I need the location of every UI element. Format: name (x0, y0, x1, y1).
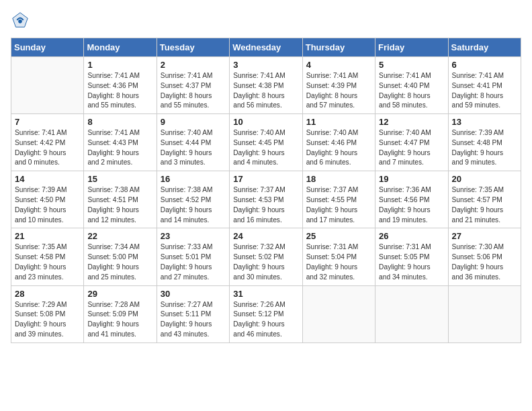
calendar-cell: 13Sunrise: 7:39 AM Sunset: 4:48 PM Dayli… (448, 114, 521, 171)
cell-info: Sunrise: 7:37 AM Sunset: 4:53 PM Dayligh… (233, 185, 298, 225)
day-number: 9 (161, 117, 226, 127)
calendar-cell: 11Sunrise: 7:40 AM Sunset: 4:46 PM Dayli… (302, 114, 375, 171)
svg-point-2 (18, 19, 22, 24)
cell-info: Sunrise: 7:27 AM Sunset: 5:11 PM Dayligh… (161, 300, 226, 340)
calendar-cell: 28Sunrise: 7:29 AM Sunset: 5:08 PM Dayli… (11, 285, 84, 342)
cell-info: Sunrise: 7:35 AM Sunset: 4:57 PM Dayligh… (452, 185, 517, 225)
calendar-cell: 9Sunrise: 7:40 AM Sunset: 4:44 PM Daylig… (157, 114, 229, 171)
day-number: 11 (306, 117, 371, 127)
day-header-sunday: Sunday (11, 38, 84, 57)
day-number: 23 (161, 231, 226, 241)
cell-info: Sunrise: 7:40 AM Sunset: 4:44 PM Dayligh… (161, 128, 226, 168)
cell-info: Sunrise: 7:29 AM Sunset: 5:08 PM Dayligh… (15, 300, 80, 340)
calendar-cell (11, 57, 84, 114)
cell-info: Sunrise: 7:37 AM Sunset: 4:55 PM Dayligh… (306, 185, 371, 225)
cell-info: Sunrise: 7:40 AM Sunset: 4:47 PM Dayligh… (379, 128, 444, 168)
cell-info: Sunrise: 7:38 AM Sunset: 4:51 PM Dayligh… (87, 185, 152, 225)
day-number: 20 (452, 174, 517, 184)
calendar-week-1: 1Sunrise: 7:41 AM Sunset: 4:36 PM Daylig… (11, 57, 521, 114)
day-number: 12 (379, 117, 444, 127)
cell-info: Sunrise: 7:39 AM Sunset: 4:50 PM Dayligh… (15, 185, 80, 225)
cell-info: Sunrise: 7:31 AM Sunset: 5:05 PM Dayligh… (379, 242, 444, 282)
logo-icon (11, 11, 30, 30)
day-number: 8 (87, 117, 152, 127)
calendar-cell: 25Sunrise: 7:31 AM Sunset: 5:04 PM Dayli… (302, 228, 375, 285)
calendar-cell: 17Sunrise: 7:37 AM Sunset: 4:53 PM Dayli… (230, 171, 302, 228)
calendar-cell: 5Sunrise: 7:41 AM Sunset: 4:40 PM Daylig… (375, 57, 448, 114)
calendar-cell: 18Sunrise: 7:37 AM Sunset: 4:55 PM Dayli… (302, 171, 375, 228)
calendar-cell (375, 285, 448, 342)
calendar-cell: 3Sunrise: 7:41 AM Sunset: 4:38 PM Daylig… (230, 57, 302, 114)
calendar-cell: 27Sunrise: 7:30 AM Sunset: 5:06 PM Dayli… (448, 228, 521, 285)
calendar-week-5: 28Sunrise: 7:29 AM Sunset: 5:08 PM Dayli… (11, 285, 521, 342)
cell-info: Sunrise: 7:34 AM Sunset: 5:00 PM Dayligh… (87, 242, 152, 282)
calendar-cell: 23Sunrise: 7:33 AM Sunset: 5:01 PM Dayli… (157, 228, 229, 285)
cell-info: Sunrise: 7:36 AM Sunset: 4:56 PM Dayligh… (379, 185, 444, 225)
cell-info: Sunrise: 7:32 AM Sunset: 5:02 PM Dayligh… (233, 242, 298, 282)
calendar-week-2: 7Sunrise: 7:41 AM Sunset: 4:42 PM Daylig… (11, 114, 521, 171)
calendar-table: SundayMondayTuesdayWednesdayThursdayFrid… (11, 38, 521, 343)
cell-info: Sunrise: 7:26 AM Sunset: 5:12 PM Dayligh… (233, 300, 298, 340)
day-number: 6 (452, 60, 517, 70)
calendar-cell (448, 285, 521, 342)
day-number: 5 (379, 60, 444, 70)
calendar-cell: 15Sunrise: 7:38 AM Sunset: 4:51 PM Dayli… (84, 171, 157, 228)
calendar-cell: 12Sunrise: 7:40 AM Sunset: 4:47 PM Dayli… (375, 114, 448, 171)
cell-info: Sunrise: 7:28 AM Sunset: 5:09 PM Dayligh… (87, 300, 152, 340)
cell-info: Sunrise: 7:41 AM Sunset: 4:41 PM Dayligh… (452, 71, 517, 111)
calendar-cell: 14Sunrise: 7:39 AM Sunset: 4:50 PM Dayli… (11, 171, 84, 228)
day-number: 27 (452, 231, 517, 241)
day-header-saturday: Saturday (448, 38, 521, 57)
calendar-cell: 19Sunrise: 7:36 AM Sunset: 4:56 PM Dayli… (375, 171, 448, 228)
cell-info: Sunrise: 7:41 AM Sunset: 4:37 PM Dayligh… (161, 71, 226, 111)
day-number: 22 (87, 231, 152, 241)
cell-info: Sunrise: 7:41 AM Sunset: 4:39 PM Dayligh… (306, 71, 371, 111)
cell-info: Sunrise: 7:30 AM Sunset: 5:06 PM Dayligh… (452, 242, 517, 282)
day-number: 24 (233, 231, 298, 241)
calendar-cell: 29Sunrise: 7:28 AM Sunset: 5:09 PM Dayli… (84, 285, 157, 342)
day-header-monday: Monday (84, 38, 157, 57)
day-number: 13 (452, 117, 517, 127)
calendar-week-3: 14Sunrise: 7:39 AM Sunset: 4:50 PM Dayli… (11, 171, 521, 228)
page-header (11, 11, 521, 30)
cell-info: Sunrise: 7:41 AM Sunset: 4:36 PM Dayligh… (87, 71, 152, 111)
calendar-week-4: 21Sunrise: 7:35 AM Sunset: 4:58 PM Dayli… (11, 228, 521, 285)
calendar-cell (302, 285, 375, 342)
day-number: 17 (233, 174, 298, 184)
cell-info: Sunrise: 7:38 AM Sunset: 4:52 PM Dayligh… (161, 185, 226, 225)
calendar-cell: 4Sunrise: 7:41 AM Sunset: 4:39 PM Daylig… (302, 57, 375, 114)
calendar-cell: 16Sunrise: 7:38 AM Sunset: 4:52 PM Dayli… (157, 171, 229, 228)
cell-info: Sunrise: 7:31 AM Sunset: 5:04 PM Dayligh… (306, 242, 371, 282)
calendar-cell: 7Sunrise: 7:41 AM Sunset: 4:42 PM Daylig… (11, 114, 84, 171)
day-number: 10 (233, 117, 298, 127)
cell-info: Sunrise: 7:40 AM Sunset: 4:45 PM Dayligh… (233, 128, 298, 168)
cell-info: Sunrise: 7:41 AM Sunset: 4:40 PM Dayligh… (379, 71, 444, 111)
day-headers-row: SundayMondayTuesdayWednesdayThursdayFrid… (11, 38, 521, 57)
calendar-cell: 26Sunrise: 7:31 AM Sunset: 5:05 PM Dayli… (375, 228, 448, 285)
calendar-cell: 1Sunrise: 7:41 AM Sunset: 4:36 PM Daylig… (84, 57, 157, 114)
calendar-cell: 8Sunrise: 7:41 AM Sunset: 4:43 PM Daylig… (84, 114, 157, 171)
day-number: 21 (15, 231, 80, 241)
day-number: 3 (233, 60, 298, 70)
calendar-cell: 31Sunrise: 7:26 AM Sunset: 5:12 PM Dayli… (230, 285, 302, 342)
calendar-cell: 6Sunrise: 7:41 AM Sunset: 4:41 PM Daylig… (448, 57, 521, 114)
day-number: 2 (161, 60, 226, 70)
day-number: 4 (306, 60, 371, 70)
cell-info: Sunrise: 7:39 AM Sunset: 4:48 PM Dayligh… (452, 128, 517, 168)
day-header-friday: Friday (375, 38, 448, 57)
logo (11, 11, 32, 30)
day-number: 1 (87, 60, 152, 70)
day-number: 25 (306, 231, 371, 241)
calendar-cell: 24Sunrise: 7:32 AM Sunset: 5:02 PM Dayli… (230, 228, 302, 285)
day-number: 16 (161, 174, 226, 184)
cell-info: Sunrise: 7:41 AM Sunset: 4:42 PM Dayligh… (15, 128, 80, 168)
cell-info: Sunrise: 7:33 AM Sunset: 5:01 PM Dayligh… (161, 242, 226, 282)
cell-info: Sunrise: 7:41 AM Sunset: 4:38 PM Dayligh… (233, 71, 298, 111)
day-number: 14 (15, 174, 80, 184)
day-number: 31 (233, 289, 298, 299)
day-number: 19 (379, 174, 444, 184)
day-number: 18 (306, 174, 371, 184)
calendar-cell: 20Sunrise: 7:35 AM Sunset: 4:57 PM Dayli… (448, 171, 521, 228)
calendar-cell: 10Sunrise: 7:40 AM Sunset: 4:45 PM Dayli… (230, 114, 302, 171)
day-number: 30 (161, 289, 226, 299)
